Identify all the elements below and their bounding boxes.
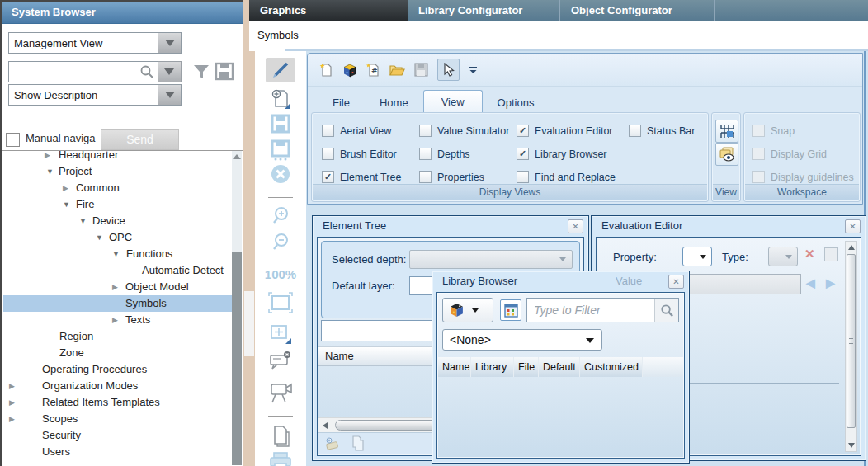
checkbox-evaluation-editor[interactable]: ✓Evaluation Editor <box>517 123 629 139</box>
checkbox-snap[interactable]: Snap <box>752 123 854 139</box>
column-header-name[interactable]: Name <box>438 357 471 377</box>
checkbox-value-simulator[interactable]: Value Simulator <box>419 123 517 139</box>
eraser-add-icon[interactable] <box>325 437 340 450</box>
view-selector-dropdown-button[interactable] <box>158 33 181 53</box>
tree-item[interactable]: ▶Related Items Templates <box>3 394 232 411</box>
selected-depth-combo[interactable] <box>409 250 573 269</box>
send-button[interactable]: Send <box>101 129 179 150</box>
library-collection-combo[interactable]: <None> <box>442 329 602 351</box>
tree-item[interactable]: ▶Headquarter <box>3 151 232 163</box>
save-button[interactable] <box>414 63 428 77</box>
expand-arrow-icon[interactable]: ▶ <box>9 394 15 411</box>
zoom-in-button[interactable] <box>255 206 306 226</box>
tree-item[interactable]: ▶Common <box>3 180 232 196</box>
close-icon[interactable]: ✕ <box>568 219 583 233</box>
expand-arrow-icon[interactable]: ▶ <box>112 279 118 295</box>
delete-comment-button[interactable] <box>255 351 306 372</box>
filter-funnel-icon[interactable] <box>192 63 210 81</box>
expand-arrow-icon[interactable]: ▶ <box>9 378 15 394</box>
new-page-button[interactable] <box>255 88 306 110</box>
close-icon[interactable]: ✕ <box>668 275 684 289</box>
tree-item[interactable]: Zone <box>3 345 232 361</box>
save-as-button[interactable] <box>255 139 306 161</box>
zoom-level-indicator[interactable]: 100% <box>255 267 306 281</box>
library-list-area[interactable] <box>438 377 683 457</box>
tree-item[interactable]: ▶Scopes <box>3 411 232 427</box>
property-combo[interactable] <box>682 247 712 266</box>
expand-arrow-icon[interactable]: ▶ <box>45 151 50 163</box>
column-header-default[interactable]: Default <box>539 357 580 377</box>
panel-splitter-grip[interactable] <box>244 291 254 356</box>
tree-item[interactable]: Symbols <box>3 295 232 312</box>
tree-item[interactable]: ▼Fire <box>3 196 232 213</box>
tree-scrollbar[interactable] <box>232 151 242 465</box>
expand-arrow-icon[interactable]: ▶ <box>63 180 68 196</box>
view-selector-combo[interactable]: Management View <box>8 32 182 54</box>
scrollbar-thumb[interactable] <box>232 252 242 465</box>
delete-evaluation-icon[interactable]: ✕ <box>804 247 815 261</box>
checkbox-status-bar[interactable]: Status Bar <box>629 123 695 139</box>
tree-item[interactable]: ▼Functions <box>3 246 232 262</box>
expand-arrow-icon[interactable]: ▼ <box>46 163 54 180</box>
document-tab-symbols[interactable]: Symbols <box>257 21 299 49</box>
open-button[interactable] <box>389 64 405 77</box>
column-header-file[interactable]: File <box>514 357 539 377</box>
manual-navigation-checkbox[interactable] <box>6 133 20 147</box>
target-position-button[interactable] <box>255 323 306 345</box>
tree-item[interactable]: Security <box>3 427 232 444</box>
expand-arrow-icon[interactable]: ▼ <box>96 229 103 246</box>
view-mode-button[interactable] <box>500 299 521 321</box>
next-arrow-icon[interactable]: ▶ <box>826 276 835 289</box>
copy-pages-icon[interactable] <box>350 435 365 451</box>
tree-item[interactable]: Automatic Detect <box>3 262 232 279</box>
scrollbar-up-arrow[interactable] <box>232 151 242 162</box>
checkbox-display-guidelines[interactable]: Display guidelines <box>752 169 854 185</box>
new-page-button[interactable]: # <box>366 63 380 77</box>
expand-arrow-icon[interactable]: ▶ <box>9 411 15 427</box>
ribbon-tab-home[interactable]: Home <box>365 92 423 113</box>
checkbox-depths[interactable]: Depths <box>419 146 517 162</box>
scroll-up-arrow[interactable] <box>848 245 855 250</box>
expand-arrow-icon[interactable]: ▼ <box>112 246 120 262</box>
checkbox-properties[interactable]: Properties <box>419 169 517 185</box>
print-button[interactable] <box>255 452 306 466</box>
copy-page-button[interactable] <box>255 424 306 447</box>
grid-settings-button[interactable] <box>715 120 738 143</box>
evaluation-editor-vscrollbar[interactable] <box>845 241 857 452</box>
app-tab-graphics[interactable]: Graphics <box>249 0 408 21</box>
column-header-library[interactable]: Library <box>471 357 514 377</box>
close-icon[interactable]: ✕ <box>845 219 861 233</box>
close-document-button[interactable] <box>255 164 306 184</box>
column-header-customized[interactable]: Customized <box>580 357 643 377</box>
select-tool-button[interactable] <box>437 59 460 81</box>
customize-toolbar-button[interactable] <box>469 66 478 74</box>
checkbox-library-browser[interactable]: ✓Library Browser <box>517 146 629 162</box>
tree-item[interactable]: ▶Organization Modes <box>3 378 232 394</box>
tree-item[interactable]: ▼Project <box>3 163 232 180</box>
expand-arrow-icon[interactable]: ▼ <box>79 213 87 229</box>
checkbox-find-and-replace[interactable]: Find and Replace <box>517 169 629 185</box>
vscrollbar-thumb[interactable] <box>847 254 856 428</box>
search-input[interactable] <box>9 61 139 82</box>
ribbon-tab-options[interactable]: Options <box>483 92 550 113</box>
description-selector-combo[interactable]: Show Description <box>8 84 182 106</box>
library-search-button[interactable] <box>654 299 678 322</box>
library-filter-box[interactable] <box>526 298 679 322</box>
checkbox-element-tree[interactable]: ✓Element Tree <box>322 169 419 185</box>
save-button[interactable] <box>255 114 306 134</box>
tree-item[interactable]: ▼Device <box>3 213 232 229</box>
expand-arrow-icon[interactable]: ▶ <box>112 312 118 328</box>
library-filter-input[interactable] <box>527 299 654 322</box>
zoom-out-button[interactable] <box>255 233 306 252</box>
ribbon-tab-file[interactable]: File <box>318 92 365 113</box>
type-combo[interactable] <box>768 247 798 266</box>
app-tab-object-configurator[interactable]: Object Configurator <box>560 0 715 21</box>
new-document-button[interactable] <box>319 63 333 77</box>
tree-item[interactable]: ▼OPC <box>3 229 232 246</box>
checkbox-brush-editor[interactable]: Brush Editor <box>322 146 419 162</box>
ribbon-tab-view[interactable]: View <box>423 90 483 113</box>
evaluation-checkbox[interactable] <box>824 247 838 261</box>
pen-tool-button[interactable] <box>266 58 295 82</box>
save-filter-icon[interactable] <box>215 62 234 81</box>
tree-item[interactable]: Views <box>3 460 232 464</box>
